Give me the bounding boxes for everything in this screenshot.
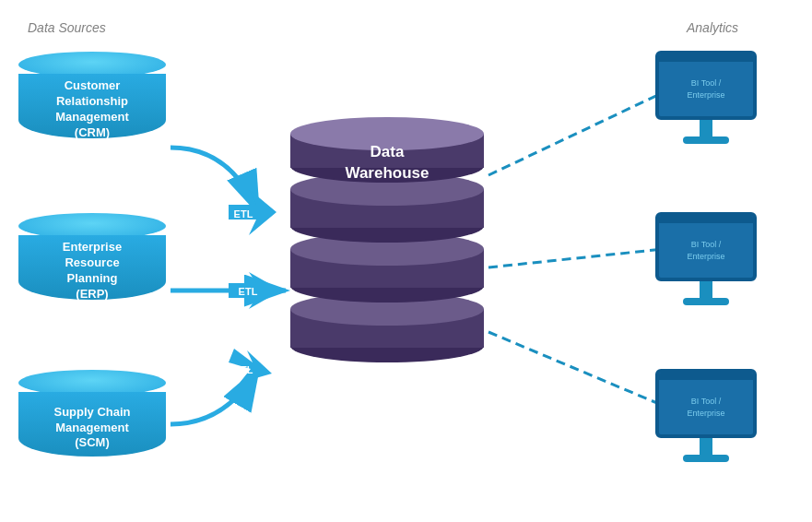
- monitor-2: BI Tool / Enterprise: [655, 212, 757, 305]
- data-sources-label: Data Sources: [28, 20, 106, 35]
- svg-marker-6: [229, 349, 272, 383]
- monitor-2-base: [683, 298, 729, 305]
- data-warehouse: Data Warehouse: [286, 111, 488, 369]
- monitor-1-content: BI Tool / Enterprise: [685, 76, 726, 102]
- svg-marker-5: [229, 272, 281, 309]
- svg-line-0: [488, 92, 664, 175]
- svg-marker-4: [229, 189, 277, 235]
- svg-text:ETL: ETL: [239, 286, 258, 297]
- erp-cylinder: Enterprise Resource Planning (ERP): [18, 226, 166, 309]
- monitor-1-stand: [700, 120, 712, 136]
- diagram-container: ETL ETL ETL Data Sources Analytics Custo…: [0, 0, 812, 522]
- svg-text:ETL: ETL: [234, 364, 253, 375]
- crm-cylinder: Customer Relationship Management (CRM): [18, 65, 166, 148]
- monitor-2-screen: BI Tool / Enterprise: [655, 212, 757, 281]
- monitor-1-screen: BI Tool / Enterprise: [655, 51, 757, 120]
- monitor-3-stand: [700, 438, 712, 455]
- scm-cylinder: Supply Chain Management (SCM): [18, 383, 166, 466]
- analytics-label: Analytics: [687, 20, 738, 35]
- svg-text:Warehouse: Warehouse: [345, 164, 429, 182]
- svg-text:ETL: ETL: [234, 208, 253, 219]
- scm-label: Supply Chain Management (SCM): [53, 405, 130, 452]
- erp-label: Enterprise Resource Planning (ERP): [63, 240, 122, 303]
- svg-line-2: [488, 332, 664, 406]
- monitor-2-content: BI Tool / Enterprise: [685, 237, 726, 264]
- monitor-3: BI Tool / Enterprise: [655, 369, 757, 462]
- svg-text:Data: Data: [371, 143, 405, 160]
- monitor-1-base: [683, 136, 729, 144]
- monitor-3-base: [683, 455, 729, 462]
- monitor-1: BI Tool / Enterprise: [655, 51, 757, 144]
- monitor-3-content: BI Tool / Enterprise: [685, 394, 726, 421]
- svg-line-1: [488, 249, 664, 267]
- crm-label: Customer Relationship Management (CRM): [55, 78, 128, 141]
- monitor-3-screen: BI Tool / Enterprise: [655, 369, 757, 438]
- monitor-2-stand: [700, 281, 712, 298]
